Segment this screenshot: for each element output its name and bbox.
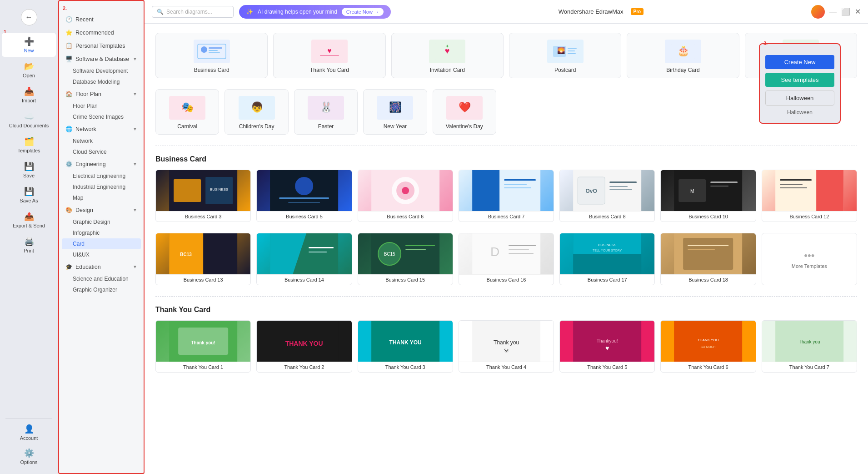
sidebar-item-templates[interactable]: 🗂️ Templates	[0, 133, 58, 157]
tmpl-bc10[interactable]: M Business Card 10	[660, 170, 756, 222]
sidebar-item-print-label: Print	[24, 248, 34, 253]
sidebar-item-saveas[interactable]: 💾 Save As	[0, 183, 58, 207]
svg-text:THANK YOU: THANK YOU	[285, 340, 323, 347]
tmpl-bc3-label: Business Card 3	[156, 211, 250, 222]
tmpl-bc15-img: BC15	[358, 233, 453, 274]
sidebar-item-account[interactable]: 👤 Account	[0, 420, 58, 444]
tmpl-ty3[interactable]: THANK YOU Thank You Card 3	[358, 320, 453, 373]
tmpl-ty5[interactable]: Thankyou! ♥ Thank You Card 5	[559, 320, 655, 373]
svg-rect-60	[816, 170, 843, 211]
tmpl-bc8[interactable]: OvO Business Card 8	[559, 170, 655, 222]
tmpl-bc16[interactable]: D Business Card 16	[459, 233, 554, 285]
nav-floor[interactable]: 🏠 Floor Plan ▼	[59, 87, 144, 101]
sidebar-item-new[interactable]: ➕ New	[2, 33, 56, 57]
tmpl-bc12[interactable]: Business Card 12	[762, 170, 857, 222]
nav-science[interactable]: Science and Education	[59, 273, 144, 284]
more-templates-card[interactable]: ••• More Templates	[762, 233, 857, 285]
cat-postcard[interactable]: 🌄 Postcard	[509, 33, 621, 78]
cat-easter[interactable]: 🐰 Easter	[294, 89, 358, 135]
popup-see-templates-button[interactable]: See templates	[765, 73, 834, 87]
nav-design[interactable]: 🎨 Design ▼	[59, 203, 144, 217]
nav-sw-dev[interactable]: Software Development	[59, 66, 144, 76]
svg-text:🎂: 🎂	[677, 45, 689, 57]
cat-birthday[interactable]: 🎂 Birthday Card	[627, 33, 739, 78]
sidebar-item-import[interactable]: 📥 Import	[0, 83, 58, 107]
svg-rect-87	[688, 245, 729, 246]
sidebar-item-cloud[interactable]: ☁️ Cloud Documents	[0, 108, 58, 132]
tmpl-ty6[interactable]: THANK YOU SO MUCH Thank You Card 6	[660, 320, 756, 373]
nav-cloud-svc[interactable]: Cloud Service	[59, 146, 144, 157]
tmpl-ty3-img: THANK YOU	[358, 321, 453, 362]
tmpl-bc6[interactable]: Business Card 6	[358, 170, 453, 222]
tmpl-bc12-label: Business Card 12	[762, 211, 857, 222]
tmpl-ty1[interactable]: Thank you! Thank You Card 1	[155, 320, 251, 373]
popup-halloween-button[interactable]: Halloween	[765, 91, 834, 106]
nav-network-sub[interactable]: Network	[59, 136, 144, 146]
nav-infographic[interactable]: Infographic	[59, 227, 144, 238]
nav-recommended[interactable]: ⭐ Recommended	[59, 26, 144, 39]
nav-graphic-org[interactable]: Graphic Organizer	[59, 284, 144, 295]
nav-floor-plan[interactable]: Floor Plan	[59, 101, 144, 111]
tmpl-bc13[interactable]: BC13 Business Card 13	[155, 233, 251, 285]
tmpl-bc14[interactable]: Business Card 14	[256, 233, 352, 285]
nav-graphic[interactable]: Graphic Design	[59, 217, 144, 227]
nav-card[interactable]: Card	[62, 238, 141, 249]
nav-map[interactable]: Map	[59, 192, 144, 203]
nav-software[interactable]: 🖥️ Software & Database ▼	[59, 52, 144, 66]
nav-db-model[interactable]: Database Modeling	[59, 76, 144, 87]
svg-rect-4	[209, 52, 220, 53]
svg-point-42	[402, 187, 409, 194]
svg-rect-32	[174, 179, 201, 202]
tmpl-ty7[interactable]: Thank you Thank You Card 7	[762, 320, 857, 373]
svg-rect-74	[405, 245, 435, 246]
section-divider-2	[155, 296, 857, 297]
search-box[interactable]: 🔍 Search diagrams...	[152, 6, 234, 18]
nav-engineering[interactable]: ⚙️ Engineering ▼	[59, 157, 144, 171]
cat-childrens-day[interactable]: 👦 Children's Day	[224, 89, 288, 135]
tmpl-bc3[interactable]: BUSINESS Business Card 3	[155, 170, 251, 222]
nav-crime[interactable]: Crime Scene Images	[59, 111, 144, 122]
nav-education[interactable]: 🎓 Education ▼	[59, 260, 144, 273]
cat-carnival[interactable]: 🎭 Carnival	[155, 89, 219, 135]
close-icon[interactable]: ✕	[855, 7, 861, 16]
cat-business-card[interactable]: Business Card	[155, 33, 268, 78]
sidebar-item-open[interactable]: 📂 Open	[0, 58, 58, 82]
network-icon: 🌐	[65, 126, 73, 132]
nav-network[interactable]: 🌐 Network ▼	[59, 122, 144, 136]
cat-new-year[interactable]: 🎆 New Year	[363, 89, 427, 135]
sidebar-item-options[interactable]: ⚙️ Options	[0, 444, 58, 469]
cat-valentines[interactable]: ❤️ Valentine's Day	[433, 89, 496, 135]
svg-text:✦: ✦	[445, 44, 449, 49]
cat-thank-you[interactable]: ♥ Thank You Card	[273, 33, 385, 78]
cat-invitation[interactable]: ♥ ✦ Invitation Card	[391, 33, 504, 78]
tmpl-bc18[interactable]: Business Card 18	[660, 233, 756, 285]
tmpl-bc7-img	[459, 170, 554, 211]
svg-rect-52	[609, 186, 628, 187]
cat-new-year-label: New Year	[384, 123, 407, 130]
svg-rect-86	[683, 238, 733, 270]
back-button[interactable]: ←	[21, 9, 37, 25]
sidebar: ← 1. ➕ New 📂 Open 📥 Import ☁️ Cloud Docu…	[0, 0, 58, 474]
sidebar-item-print[interactable]: 🖨️ Print	[0, 233, 58, 257]
tmpl-bc5[interactable]: Business Card 5	[256, 170, 352, 222]
svg-rect-15	[568, 50, 575, 51]
tmpl-bc15[interactable]: BC15 Business Card 15	[358, 233, 453, 285]
sidebar-item-export[interactable]: 📤 Export & Send	[0, 208, 58, 232]
tmpl-bc7[interactable]: Business Card 7	[459, 170, 554, 222]
label-3: 3.	[763, 40, 768, 46]
maximize-icon[interactable]: ⬜	[841, 7, 850, 16]
tmpl-bc17[interactable]: BUSINESS TELL YOUR STORY Business Card 1…	[559, 233, 655, 285]
nav-ind-eng[interactable]: Industrial Engineering	[59, 182, 144, 192]
create-now-button[interactable]: Create Now →	[342, 8, 384, 16]
tmpl-bc6-label: Business Card 6	[358, 211, 453, 222]
nav-elec-eng[interactable]: Electrical Engineering	[59, 171, 144, 182]
tmpl-ty4[interactable]: Thank you 🐼 Thank You Card 4	[459, 320, 554, 373]
minimize-icon[interactable]: —	[829, 8, 837, 16]
tmpl-ty2[interactable]: THANK YOU Thank You Card 2	[256, 320, 352, 373]
popup-create-new-button[interactable]: Create New	[765, 55, 834, 69]
avatar[interactable]	[811, 5, 825, 19]
nav-personal[interactable]: 📋 Personal Templates	[59, 39, 144, 52]
nav-uiux[interactable]: UI&UX	[59, 249, 144, 260]
sidebar-item-save[interactable]: 💾 Save	[0, 158, 58, 182]
nav-recent[interactable]: 🕐 Recent	[59, 13, 144, 26]
